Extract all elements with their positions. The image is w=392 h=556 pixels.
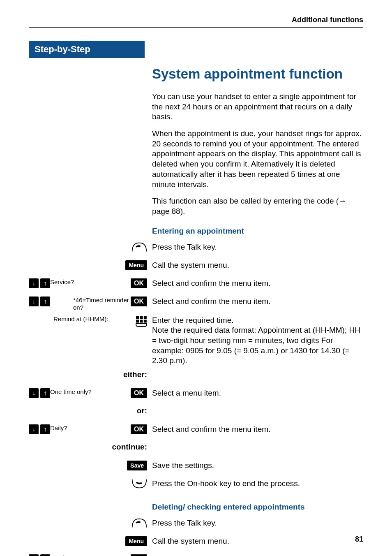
keypad-icon xyxy=(136,315,147,327)
talk-key-text: Press the Talk key. xyxy=(152,242,363,253)
up-arrow-key[interactable]: ↑ xyxy=(40,388,50,398)
or-label: or: xyxy=(29,406,147,415)
talk-key-icon xyxy=(131,242,147,253)
menu-button[interactable]: Menu xyxy=(125,536,147,546)
menu-text: Call the system menu. xyxy=(152,260,363,271)
ok-button[interactable]: OK xyxy=(131,297,147,306)
service-label-2: Service? xyxy=(50,554,74,556)
svg-rect-3 xyxy=(136,320,139,322)
main-title: System appointment function xyxy=(152,66,363,82)
menu-button[interactable]: Menu xyxy=(125,260,147,270)
talk-key-icon xyxy=(131,518,147,529)
ok-button[interactable]: OK xyxy=(131,388,147,398)
paragraph-1: You can use your handset to enter a sing… xyxy=(152,92,363,122)
daily-label: Daily? xyxy=(50,424,67,432)
step-by-step-banner: Step-by-Step xyxy=(29,41,145,58)
svg-rect-5 xyxy=(144,320,147,322)
save-button[interactable]: Save xyxy=(127,461,147,470)
ok-button[interactable]: OK xyxy=(131,554,147,556)
down-arrow-key[interactable]: ↓ xyxy=(29,388,39,398)
menu-text-2: Call the system menu. xyxy=(152,536,363,547)
ok-button[interactable]: OK xyxy=(131,278,147,288)
on-hook-key-icon xyxy=(131,479,147,489)
subhead-entering: Entering an appointment xyxy=(152,227,363,236)
on-hook-text: Press the On-hook key to end the process… xyxy=(152,479,363,489)
ok-button[interactable]: OK xyxy=(131,424,147,434)
service-label: Service? xyxy=(50,278,74,286)
p3-suffix: page 88). xyxy=(152,207,185,215)
remind-at-text: Enter the required time. Note the requir… xyxy=(152,315,363,366)
timed-reminder-text: Select and confirm the menu item. xyxy=(152,297,363,307)
svg-rect-2 xyxy=(144,316,147,319)
either-label: either: xyxy=(29,370,147,379)
one-time-only-label: One time only? xyxy=(50,388,92,396)
talk-key-text-2: Press the Talk key. xyxy=(152,518,363,528)
timed-reminder-label: *46=Timed reminder on? xyxy=(73,297,131,311)
page-number: 81 xyxy=(355,535,363,544)
continue-label: continue: xyxy=(29,442,147,452)
up-arrow-key[interactable]: ↑ xyxy=(40,554,50,556)
down-arrow-key[interactable]: ↓ xyxy=(29,424,39,434)
svg-rect-4 xyxy=(140,320,143,322)
svg-rect-1 xyxy=(140,316,143,319)
remind-at-label: Remind at (HHMM): xyxy=(53,315,108,323)
paragraph-3: This function can also be called by ente… xyxy=(152,196,363,216)
daily-text: Select and confirm the menu item. xyxy=(152,424,363,435)
down-arrow-key[interactable]: ↓ xyxy=(29,278,39,288)
subhead-deleting: Deleting/ checking entered appointments xyxy=(152,503,363,512)
paragraph-2: When the appointment is due, your handse… xyxy=(152,129,363,190)
save-text: Save the settings. xyxy=(152,461,363,471)
header-section-label: Additional functions xyxy=(29,16,363,28)
p3-prefix: This function can also be called by ente… xyxy=(152,197,339,205)
arrow-icon: → xyxy=(339,197,346,205)
down-arrow-key[interactable]: ↓ xyxy=(29,554,39,556)
service-text-2: Select and confirm the menu item. xyxy=(152,554,363,556)
one-time-only-text: Select a menu item. xyxy=(152,388,363,398)
up-arrow-key[interactable]: ↑ xyxy=(40,424,50,434)
svg-rect-0 xyxy=(136,316,139,319)
up-arrow-key[interactable]: ↑ xyxy=(40,297,50,306)
down-arrow-key[interactable]: ↓ xyxy=(29,297,39,306)
up-arrow-key[interactable]: ↑ xyxy=(40,278,50,288)
service-text: Select and confirm the menu item. xyxy=(152,278,363,289)
